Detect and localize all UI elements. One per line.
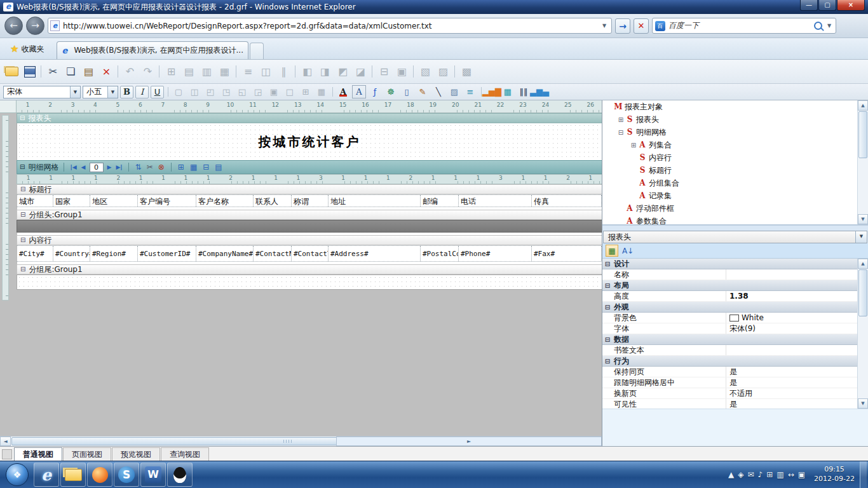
property-row[interactable]: ⊟ 行为 [602, 356, 857, 367]
grid-lines-icon[interactable]: ▦ [189, 163, 198, 172]
same-size-icon[interactable]: ⊟ [376, 64, 392, 79]
property-value[interactable]: 1.38 [726, 291, 857, 301]
property-object-select[interactable]: 报表头 ▼ [603, 231, 867, 243]
send-back-icon[interactable]: ▨ [435, 64, 451, 79]
column-header-cell[interactable]: 称谓 [292, 195, 329, 207]
line-tool-icon[interactable]: ╲ [431, 85, 445, 98]
report-header-area[interactable]: 按城市统计客户 [17, 123, 602, 160]
field-cell[interactable]: #CustomerID# [138, 246, 196, 261]
undo-icon[interactable]: ↶ [122, 64, 138, 79]
separator[interactable] [412, 64, 416, 79]
underline-button[interactable]: U [151, 86, 164, 98]
tree-scrollbar[interactable]: ▲ ▼ [857, 100, 868, 224]
new-tab-button[interactable] [250, 43, 264, 59]
bring-front-icon[interactable]: ▧ [417, 64, 433, 79]
property-row[interactable]: ⊟ 外观 [602, 302, 857, 313]
first-page-button[interactable]: |◀ [69, 164, 77, 170]
band-detail-grid[interactable]: ⊟ 明细网格 |◀ ◀ 0 ▶ ▶| ⇅✂⊗ ⊞▦⊟▤ [17, 160, 602, 174]
delete-row-icon[interactable]: ▥ [199, 64, 215, 79]
settings-gear-icon[interactable]: ☸ [384, 85, 398, 98]
italic-button[interactable]: I [135, 86, 149, 98]
taskbar-sogou[interactable]: S [114, 463, 139, 487]
scrollbar-thumb[interactable] [858, 111, 867, 158]
hide-grid-icon[interactable]: ⊟ [201, 163, 210, 172]
category-collapse-icon[interactable]: ⊟ [602, 358, 613, 365]
tree-item[interactable]: ⊞ S 报表头 [602, 113, 857, 126]
field-cell[interactable]: #ContactN [254, 246, 292, 261]
property-value[interactable]: 宋体(9) [726, 323, 857, 334]
property-value[interactable] [726, 356, 857, 366]
property-row[interactable]: 书签文本 [602, 345, 857, 356]
taskbar-qq[interactable] [167, 463, 193, 487]
border-vertical-icon[interactable]: ◫ [187, 85, 201, 98]
horizontal-scrollbar[interactable]: ◄ ► [0, 436, 602, 446]
border-grid-icon[interactable]: ▦ [315, 85, 329, 98]
font-family-select[interactable]: 宋体 ▼ [3, 86, 81, 98]
collapse-icon[interactable]: ⊟ [20, 186, 25, 193]
show-desktop-button[interactable] [860, 461, 867, 488]
column-header-cell[interactable]: 联系人 [254, 195, 292, 207]
property-row[interactable]: 跟随明细网格居中 是 [602, 377, 857, 388]
tree-item[interactable]: A 参数集合 [602, 215, 857, 226]
field-cell[interactable]: #City# [17, 246, 53, 261]
scrollbar-thumb[interactable] [858, 269, 867, 316]
separator[interactable] [370, 64, 374, 79]
hidden-icons-button[interactable]: ▲ [728, 470, 734, 479]
border-topleft-icon[interactable]: ◰ [203, 85, 217, 98]
column-header-cell[interactable]: 城市 [17, 195, 53, 207]
property-value[interactable]: 是 [726, 367, 857, 377]
band-report-header[interactable]: ⊟ 报表头 [17, 113, 602, 123]
chevron-down-icon[interactable]: ▼ [855, 231, 867, 243]
tree-item[interactable]: A 分组集合 [602, 177, 857, 189]
category-collapse-icon[interactable]: ⊟ [602, 261, 613, 268]
tab-page-view[interactable]: 页面视图 [63, 447, 111, 461]
separator[interactable] [158, 64, 161, 79]
border-all-icon[interactable]: ▣ [267, 85, 281, 98]
grid-chart-icon[interactable]: ▦ [501, 85, 515, 98]
split-cells-icon[interactable]: ▦ [217, 64, 233, 79]
last-page-button[interactable]: ▶| [115, 164, 123, 170]
field-cell[interactable]: #Region# [90, 246, 138, 261]
band-group-header[interactable]: ⊟ 分组头:Group1 [17, 210, 602, 220]
line-chart-icon[interactable]: ▃▆▄ [532, 85, 546, 98]
tab-normal-view[interactable]: 普通视图 [14, 447, 62, 461]
collapse-icon[interactable]: ⊟ [20, 237, 25, 243]
merge-cells-icon[interactable]: ⊞ [163, 64, 179, 79]
property-value[interactable]: 是 [726, 399, 857, 409]
property-value[interactable] [726, 269, 857, 280]
tab-query-view[interactable]: 查询视图 [161, 447, 209, 461]
column-header-cell[interactable]: 邮编 [421, 195, 459, 207]
border-inner-icon[interactable]: ⊞ [299, 85, 313, 98]
separator[interactable] [39, 64, 43, 79]
property-value[interactable] [726, 345, 857, 355]
property-row[interactable]: 保持同页 是 [602, 367, 857, 377]
copy-icon[interactable]: ❏ [63, 64, 79, 79]
chevron-down-icon[interactable]: ▼ [70, 86, 80, 98]
property-row[interactable]: 换新页 不适用 [602, 388, 857, 399]
taskbar-windows-explorer[interactable] [60, 463, 86, 487]
separator[interactable] [479, 85, 483, 98]
field-cell[interactable]: #Phone# [459, 246, 532, 261]
tray-icon-5[interactable]: ▥ [776, 470, 783, 479]
property-value[interactable] [726, 302, 857, 312]
report-title-text[interactable]: 按城市统计客户 [17, 123, 602, 151]
forward-button[interactable]: → [26, 17, 44, 35]
stop-button[interactable]: ✕ [634, 18, 649, 34]
redo-icon[interactable]: ↷ [140, 64, 156, 79]
open-icon[interactable] [4, 64, 20, 79]
separator[interactable] [294, 64, 297, 79]
collapse-icon[interactable]: ⊟ [20, 115, 25, 121]
scroll-down-button[interactable]: ▼ [858, 398, 868, 409]
property-value[interactable] [726, 280, 857, 290]
tree-expand-icon[interactable]: ⊟ [616, 129, 625, 136]
save-icon[interactable] [22, 64, 37, 79]
insert-row-icon[interactable]: ▤ [181, 64, 197, 79]
back-button[interactable]: ← [4, 17, 23, 35]
font-color-icon[interactable]: A [336, 85, 350, 98]
align-left-icon[interactable]: ◧ [299, 64, 315, 79]
search-input-text[interactable]: 百度一下 [668, 20, 811, 31]
remove-band-icon[interactable]: ⊗ [157, 163, 166, 172]
volume-icon[interactable]: ▣ [798, 470, 805, 479]
field-cell[interactable]: #Fax# [532, 246, 602, 261]
pencil-icon[interactable]: ✎ [416, 85, 430, 98]
